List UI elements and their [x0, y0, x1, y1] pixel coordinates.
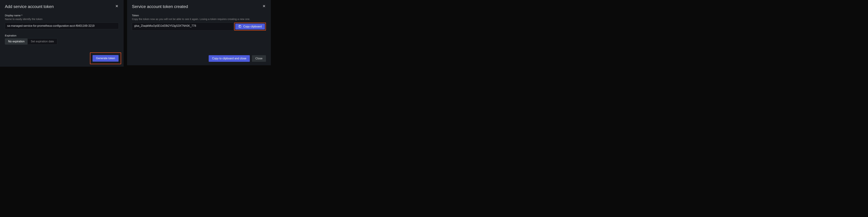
svg-rect-4: [239, 26, 241, 27]
display-name-section: Display name * Name to easily identify t…: [5, 14, 119, 33]
token-help: Copy the token now as you will not be ab…: [132, 17, 266, 21]
copy-clipboard-label: Copy clipboard: [243, 25, 262, 28]
display-name-label: Display name *: [5, 14, 119, 17]
generate-highlight: Generate token: [90, 53, 121, 64]
copy-highlight: Copy clipboard: [234, 23, 266, 31]
copy-clipboard-button[interactable]: Copy clipboard: [235, 24, 265, 30]
token-value[interactable]: glsa_ZIaqikMiuOp5EIJxEBt2Y53gS3XTNh5K_77…: [132, 23, 234, 31]
copy-and-close-button[interactable]: Copy to clipboard and close: [209, 55, 250, 62]
clipboard-icon: [238, 25, 242, 28]
token-row: glsa_ZIaqikMiuOp5EIJxEBt2Y53gS3XTNh5K_77…: [132, 23, 266, 31]
token-label: Token: [132, 14, 266, 17]
modal-title: Service account token created: [132, 4, 266, 9]
close-button[interactable]: [114, 3, 119, 9]
token-section: Token Copy the token now as you will not…: [132, 14, 266, 31]
expiration-section: Expiration No expiration Set expiration …: [5, 34, 119, 44]
close-icon: [115, 4, 119, 8]
expiration-option-none[interactable]: No expiration: [5, 38, 28, 44]
display-name-help: Name to easily identify the token: [5, 17, 119, 21]
display-name-input[interactable]: [5, 23, 119, 29]
close-button[interactable]: [261, 3, 267, 9]
modal-title: Add service account token: [5, 4, 119, 9]
token-created-modal: Service account token created Token Copy…: [127, 0, 271, 65]
close-text-button[interactable]: Close: [252, 55, 266, 62]
close-icon: [262, 4, 266, 8]
expiration-label: Expiration: [5, 34, 119, 37]
modal-footer: Copy to clipboard and close Close: [209, 55, 266, 62]
expiration-option-date[interactable]: Set expiration date: [28, 38, 57, 44]
generate-token-button[interactable]: Generate token: [93, 55, 119, 62]
expiration-toggle: No expiration Set expiration date: [5, 38, 57, 44]
add-token-modal: Add service account token Display name *…: [0, 0, 124, 67]
